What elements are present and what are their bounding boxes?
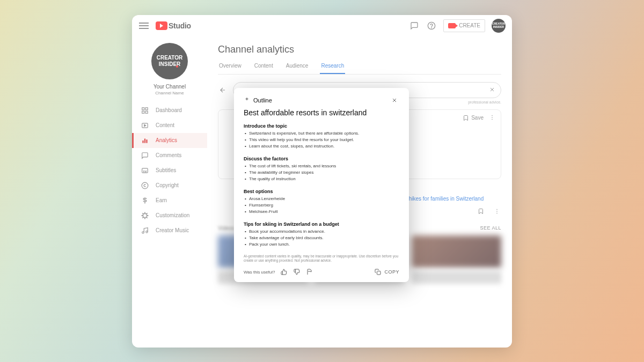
sidebar-item-copyright[interactable]: Copyright bbox=[132, 178, 207, 193]
earn-icon bbox=[141, 196, 149, 205]
sidebar-item-label: Dashboard bbox=[156, 107, 182, 113]
sidebar-item-label: Subtitles bbox=[156, 167, 176, 173]
svg-rect-4 bbox=[142, 111, 144, 113]
sidebar-item-label: Content bbox=[156, 122, 174, 128]
bookmark-icon[interactable] bbox=[478, 208, 485, 216]
sidebar-item-customization[interactable]: Customization bbox=[132, 208, 207, 223]
svg-point-12 bbox=[142, 231, 144, 233]
save-label: Save bbox=[471, 115, 484, 121]
svg-point-14 bbox=[492, 115, 493, 116]
svg-rect-7 bbox=[142, 141, 143, 143]
sidebar-item-creator-music[interactable]: Creator Music bbox=[132, 223, 207, 238]
outline-item: Book your accommodations in advance. bbox=[244, 228, 399, 235]
tab-overview[interactable]: Overview bbox=[218, 63, 243, 74]
channel-avatar[interactable]: CREATORINSIDER bbox=[151, 43, 188, 79]
modal-label: Outline bbox=[253, 97, 272, 104]
outline-item: Flumserberg bbox=[244, 202, 399, 209]
svg-rect-20 bbox=[377, 271, 381, 275]
section-heading: Tips for skiing in Switzerland on a budg… bbox=[244, 221, 399, 227]
back-icon[interactable] bbox=[218, 85, 228, 95]
svg-point-18 bbox=[496, 211, 497, 212]
outline-item: Learn about the cost, slopes, and instru… bbox=[244, 143, 399, 150]
outline-item: The quality of instruction bbox=[244, 176, 399, 182]
svg-rect-9 bbox=[146, 139, 147, 143]
sidebar-item-earn[interactable]: Earn bbox=[132, 193, 207, 208]
thumbs-up-icon[interactable] bbox=[280, 268, 288, 276]
section-heading: Videos bbox=[218, 225, 234, 231]
svg-point-11 bbox=[142, 182, 148, 189]
thumbs-down-icon[interactable] bbox=[293, 268, 301, 276]
sidebar-item-label: Comments bbox=[156, 152, 181, 158]
outline-item: Melchsee-Frutt bbox=[244, 209, 399, 215]
sidebar-item-label: Copyright bbox=[156, 182, 179, 188]
section-heading: Introduce the topic bbox=[244, 123, 399, 129]
sidebar-item-subtitles[interactable]: Subtitles bbox=[132, 163, 207, 178]
useful-label: Was this useful? bbox=[244, 270, 275, 275]
tab-audience[interactable]: Audience bbox=[285, 63, 310, 74]
sidebar-item-analytics[interactable]: Analytics bbox=[132, 133, 207, 148]
tabs: Overview Content Audience Research bbox=[218, 63, 501, 75]
music-icon bbox=[141, 226, 149, 235]
sparkle-icon bbox=[244, 97, 250, 104]
page-title: Channel analytics bbox=[218, 44, 501, 55]
outline-section: Best optionsArosa LenzerheideFlumserberg… bbox=[244, 189, 399, 215]
copy-label: COPY bbox=[384, 269, 399, 275]
svg-rect-5 bbox=[145, 111, 148, 113]
outline-item: Take advantage of early bird discounts. bbox=[244, 235, 399, 241]
outline-item: The cost of lift tickets, ski rentals, a… bbox=[244, 163, 399, 169]
outline-section: Introduce the topicSwitzerland is expens… bbox=[244, 123, 399, 150]
help-icon[interactable] bbox=[426, 20, 437, 31]
feedback-icon[interactable] bbox=[409, 20, 420, 31]
sidebar-item-content[interactable]: Content bbox=[132, 118, 207, 133]
customization-icon bbox=[141, 211, 149, 220]
save-button[interactable]: Save bbox=[463, 115, 484, 121]
tab-research[interactable]: Research bbox=[320, 63, 345, 74]
sidebar-item-dashboard[interactable]: Dashboard bbox=[132, 103, 207, 118]
sidebar: CREATORINSIDER Your Channel Channel Name… bbox=[132, 36, 207, 348]
outline-item: Switzerland is expensive, but there are … bbox=[244, 130, 399, 137]
video-card[interactable] bbox=[412, 235, 501, 284]
outline-item: This video will help you find the resort… bbox=[244, 137, 399, 143]
svg-point-15 bbox=[492, 117, 493, 118]
subtitles-icon bbox=[141, 166, 149, 175]
flag-icon[interactable] bbox=[306, 268, 313, 276]
create-label: CREATE bbox=[459, 23, 480, 28]
top-bar: Studio CREATE CREATOR INSIDER bbox=[132, 15, 512, 36]
youtube-icon bbox=[156, 21, 167, 30]
close-icon[interactable] bbox=[390, 95, 399, 105]
outline-item: Arosa Lenzerheide bbox=[244, 196, 399, 202]
channel-name: Channel Name bbox=[155, 91, 184, 95]
svg-point-19 bbox=[496, 212, 497, 213]
menu-icon[interactable] bbox=[138, 20, 149, 31]
analytics-icon bbox=[141, 136, 149, 145]
sidebar-nav: Dashboard Content Analytics Comments Sub… bbox=[132, 103, 207, 238]
see-all-link[interactable]: SEE ALL bbox=[480, 225, 501, 231]
outline-section: Tips for skiing in Switzerland on a budg… bbox=[244, 221, 399, 248]
sidebar-item-comments[interactable]: Comments bbox=[132, 148, 207, 163]
sidebar-item-label: Customization bbox=[156, 212, 189, 218]
svg-point-17 bbox=[496, 209, 497, 210]
svg-rect-8 bbox=[144, 138, 145, 143]
modal-disclaimer: AI-generated content varies in quality, … bbox=[244, 254, 399, 263]
copy-button[interactable]: COPY bbox=[375, 269, 399, 275]
tab-content[interactable]: Content bbox=[253, 63, 274, 74]
modal-title: Best affordable resorts in switzerland bbox=[244, 108, 399, 117]
avatar[interactable]: CREATOR INSIDER bbox=[492, 19, 506, 33]
brand-text: Studio bbox=[169, 21, 191, 30]
content-icon bbox=[141, 121, 149, 130]
camera-icon bbox=[448, 23, 456, 28]
outline-section: Discuss the factorsThe cost of lift tick… bbox=[244, 156, 399, 182]
outline-item: The availability of beginner slopes bbox=[244, 169, 399, 176]
more-icon[interactable] bbox=[489, 113, 495, 123]
svg-point-1 bbox=[431, 27, 432, 28]
clear-icon[interactable] bbox=[489, 85, 495, 95]
section-heading: Best options bbox=[244, 189, 399, 194]
comments-icon bbox=[141, 151, 149, 160]
svg-point-16 bbox=[492, 119, 493, 120]
your-channel-label: Your Channel bbox=[153, 84, 186, 90]
logo[interactable]: Studio bbox=[156, 21, 191, 30]
create-button[interactable]: CREATE bbox=[443, 19, 485, 32]
svg-rect-2 bbox=[142, 107, 144, 109]
more-icon[interactable] bbox=[494, 208, 501, 216]
dashboard-icon bbox=[141, 106, 149, 115]
